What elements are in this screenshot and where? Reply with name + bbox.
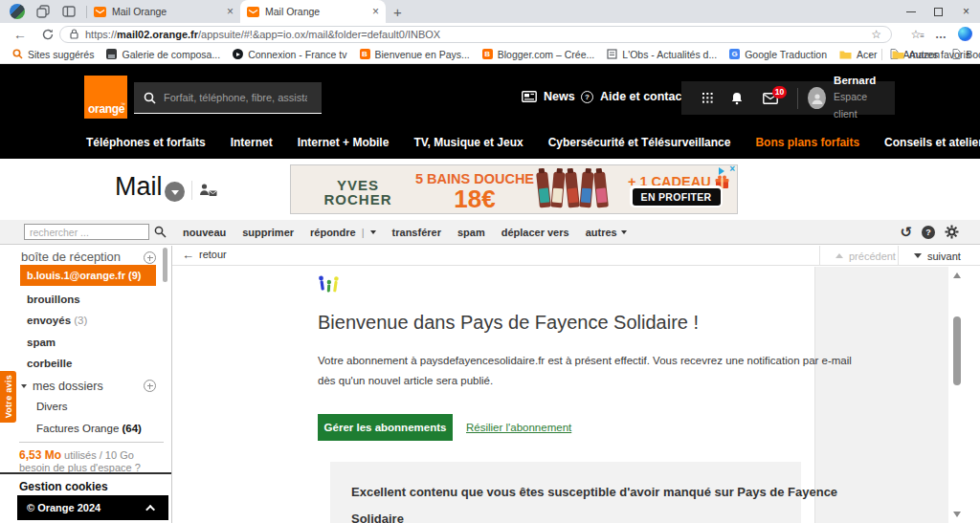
add-folder-icon[interactable] <box>144 380 156 392</box>
settings-gear-icon[interactable] <box>945 225 959 239</box>
apps-grid-icon[interactable] <box>702 93 711 103</box>
browser-menu-icon[interactable]: … <box>935 28 947 41</box>
folder-drafts[interactable]: brouillons <box>27 294 80 305</box>
folder-icon <box>892 50 904 59</box>
delete-button[interactable]: supprimer <box>242 227 294 238</box>
nav-tv-musique-jeux[interactable]: TV, Musique et Jeux <box>413 136 523 149</box>
chevron-down-icon <box>370 230 376 234</box>
more-button[interactable]: autres <box>586 227 627 238</box>
next-message-button[interactable]: suivant <box>898 246 961 266</box>
orange-mail-favicon <box>247 7 259 17</box>
maximize-button[interactable] <box>924 0 952 23</box>
user-info[interactable]: Bernard Espace client <box>834 75 883 121</box>
feedback-tab[interactable]: Votre avis <box>0 371 16 423</box>
bookmark-google-traduction[interactable]: G Google Traduction <box>729 49 827 60</box>
news-link[interactable]: News <box>522 90 575 103</box>
folder-factures-orange[interactable]: Factures Orange (64) <box>36 423 142 434</box>
bookmark-galerie[interactable]: Galerie de composa... <box>106 49 220 60</box>
ad-close-icon[interactable]: × <box>729 164 735 174</box>
folder-icon <box>839 50 852 59</box>
mail-search-input[interactable] <box>24 224 149 240</box>
favorites-hub-icon[interactable]: ☆≡ <box>911 28 924 41</box>
nav-bons-plans[interactable]: Bons plans forfaits <box>755 136 859 149</box>
inbox-section-label[interactable]: boîte de réception <box>21 250 121 264</box>
bookmark-lobs[interactable]: L'Obs - Actualités d... <box>607 49 717 60</box>
ad-cta-button[interactable]: EN PROFITER <box>633 188 721 206</box>
bookmark-sites-suggeres[interactable]: Sites suggérés <box>12 49 94 60</box>
folder-sent[interactable]: envoyés (3) <box>27 315 87 326</box>
nav-cybersecurite[interactable]: Cybersécurité et Télésurveillance <box>548 136 731 149</box>
mail-dropdown-icon[interactable] <box>165 182 185 202</box>
message-scrollbar[interactable] <box>948 267 967 523</box>
spam-button[interactable]: spam <box>457 227 485 238</box>
my-folders-section[interactable]: mes dossiers <box>21 380 103 393</box>
contacts-icon[interactable] <box>199 183 217 201</box>
divider <box>0 472 171 474</box>
browser-profile-icon[interactable] <box>9 3 26 20</box>
portal-search-box[interactable] <box>134 82 322 114</box>
history-icon[interactable]: ↺ <box>900 224 912 241</box>
tab-close-icon[interactable]: × <box>372 5 379 18</box>
help-contact-link[interactable]: ? Aide et contact <box>581 90 686 103</box>
sidebar-scrollbar-thumb[interactable] <box>163 248 167 282</box>
unsubscribe-link[interactable]: Résilier l'abonnement <box>466 422 571 433</box>
blogger-icon: B <box>360 49 370 59</box>
new-mail-button[interactable]: nouveau <box>183 227 226 238</box>
tab-title: Mail Orange <box>112 6 223 17</box>
scrollbar-thumb[interactable] <box>953 316 961 385</box>
back-button[interactable]: ←retour <box>182 249 227 260</box>
workspaces-icon[interactable] <box>34 3 52 20</box>
portal-search-input[interactable] <box>164 92 307 103</box>
quota-text: 6,53 Mo utilisés / 10 Go <box>19 448 134 462</box>
back-icon[interactable]: ← <box>13 27 27 42</box>
divider <box>881 49 882 60</box>
help-icon[interactable]: ? <box>922 226 935 239</box>
scroll-down-icon[interactable] <box>953 512 961 517</box>
nav-internet-mobile[interactable]: Internet + Mobile <box>298 136 390 149</box>
move-to-button[interactable]: déplacer vers <box>501 227 569 238</box>
refresh-icon[interactable] <box>42 29 54 40</box>
bookmarks-overflow-icon[interactable]: › <box>868 49 872 60</box>
orange-mail-favicon <box>94 7 106 17</box>
previous-message-button-disabled[interactable]: précédent <box>819 246 898 266</box>
bookmark-france-tv[interactable]: Connexion - France tv <box>233 49 346 60</box>
folder-divers[interactable]: Divers <box>36 401 68 412</box>
copilot-icon[interactable] <box>958 27 972 41</box>
other-favorites-folder[interactable]: Autres favoris <box>892 49 970 60</box>
reply-button[interactable]: répondre| <box>310 227 376 238</box>
notifications-bell-icon[interactable] <box>730 92 744 105</box>
tab-close-icon[interactable]: × <box>227 5 234 18</box>
minimize-button[interactable] <box>897 0 924 23</box>
nav-internet[interactable]: Internet <box>231 136 273 149</box>
url-bar[interactable]: https://mail02.orange.fr/appsuite/#!&app… <box>59 26 892 43</box>
search-icon[interactable] <box>154 226 167 238</box>
tab-mail-orange-1[interactable]: Mail Orange × <box>87 0 240 23</box>
add-favorite-star-icon[interactable]: ☆ <box>871 28 881 41</box>
divider <box>19 442 164 443</box>
cookies-settings-link[interactable]: Gestion cookies <box>19 480 108 493</box>
close-button[interactable]: × <box>952 0 980 23</box>
folder-trash[interactable]: corbeille <box>27 358 72 369</box>
new-tab-button[interactable]: + <box>393 4 402 20</box>
bookmark-blogger[interactable]: B Blogger.com – Crée... <box>482 49 595 60</box>
tab-mail-orange-2-active[interactable]: Mail Orange × <box>240 0 386 23</box>
ad-cta-wrap: EN PROFITER <box>630 185 723 207</box>
chevron-up-icon[interactable] <box>145 504 155 513</box>
copyright-footer[interactable]: © Orange 2024 <box>17 495 168 520</box>
mail-notifications-icon[interactable]: 10 <box>763 93 778 104</box>
folder-inbox-account-selected[interactable]: b.louis.1@orange.fr (9) <box>20 265 156 286</box>
forward-button[interactable]: transférer <box>392 227 441 238</box>
adchoices-icon[interactable] <box>719 167 724 175</box>
scroll-up-icon[interactable] <box>953 272 961 278</box>
nav-telephones-forfaits[interactable]: Téléphones et forfaits <box>86 136 206 149</box>
nav-conseils-ateliers[interactable]: Conseils et ateliers <box>884 136 980 149</box>
user-avatar[interactable] <box>808 87 826 109</box>
ad-banner[interactable]: YVES ROCHERFRANCE 5 BAINS DOUCHE 18€ + 1… <box>290 164 738 214</box>
orange-logo[interactable]: orange™ <box>84 76 127 119</box>
folder-spam[interactable]: spam <box>27 337 56 348</box>
manage-subscriptions-button[interactable]: Gérer les abonnements <box>318 414 453 441</box>
add-account-icon[interactable] <box>144 251 156 264</box>
lock-icon[interactable] <box>70 29 78 39</box>
vertical-tabs-icon[interactable] <box>60 3 78 20</box>
bookmark-bienvenue-pays[interactable]: B Bienvenue en Pays... <box>360 49 470 60</box>
